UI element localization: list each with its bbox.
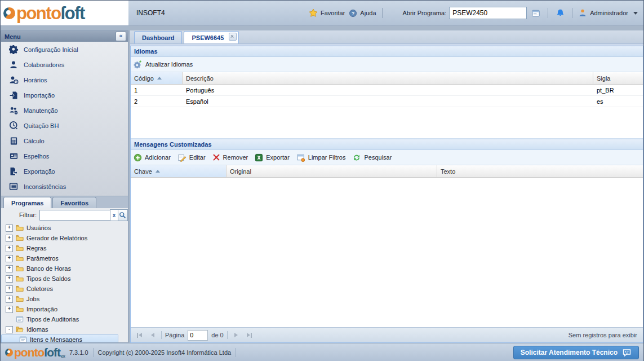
expand-plus-icon[interactable]: + [6, 245, 13, 252]
menu-item-importacao[interactable]: Importação [1, 87, 128, 103]
sidebar: Menu « Configuração Inicial Colaboradore… [1, 30, 128, 343]
expand-plus-icon[interactable]: + [6, 265, 13, 272]
last-page-button[interactable] [245, 331, 255, 340]
expand-plus-icon[interactable]: + [6, 255, 13, 262]
page-number-input[interactable] [188, 330, 208, 341]
expand-plus-icon[interactable]: + [6, 235, 13, 242]
table-row[interactable]: 1 Português pt_BR [131, 85, 643, 96]
expand-plus-icon[interactable]: + [6, 275, 13, 283]
tree-item-tipos-de-auditorias[interactable]: Tipos de Auditorias [1, 314, 128, 324]
tree-item-parametros[interactable]: +Parâmetros [1, 253, 128, 263]
menu-item-calculo[interactable]: Cálculo [1, 133, 128, 148]
application-window: pontoſoft INSOFT4 Favoritar ? Ajuda Abri… [0, 0, 644, 361]
sidebar-tab-bar: Programas Favoritos [1, 196, 128, 208]
tab-psew6645[interactable]: PSEW6645 [184, 31, 239, 43]
tree-item-usuarios[interactable]: +Usuários [1, 223, 128, 233]
collapse-minus-icon[interactable]: - [6, 326, 13, 333]
column-header-sigla[interactable]: Sigla [593, 72, 643, 84]
user-menu[interactable]: Administrador [578, 8, 638, 17]
menu-item-quitacao-bh[interactable]: Quitação BH [1, 118, 128, 133]
tree-item-coletores[interactable]: +Coletores [1, 284, 128, 294]
programs-tree: +Usuários +Gerador de Relatórios +Regras… [1, 222, 128, 342]
tree-item-label: Regras [26, 245, 46, 252]
menu-item-manutencao[interactable]: Manutenção [1, 103, 128, 118]
import-icon [8, 91, 19, 100]
first-page-button[interactable] [134, 331, 144, 340]
tab-label: PSEW6645 [192, 34, 224, 41]
filter-clear-icon[interactable]: x [110, 209, 118, 221]
close-icon[interactable] [229, 33, 237, 41]
sort-ascending-icon [157, 77, 162, 80]
person-icon [8, 60, 19, 69]
calculator-icon [8, 137, 19, 146]
column-header-codigo[interactable]: Código [131, 72, 183, 84]
menu-item-espelhos[interactable]: Espelhos [1, 148, 128, 164]
tree-item-itens-e-mensagens[interactable]: Itens e Mensagens [1, 334, 118, 342]
notifications-button[interactable] [554, 7, 566, 19]
folder-icon [15, 234, 24, 242]
menu-item-configuracao-inicial[interactable]: Configuração Inicial [1, 42, 128, 57]
menu-item-inconsistencias[interactable]: Inconsistências [1, 179, 128, 194]
pontosoft-logo-icon [5, 349, 13, 356]
tree-item-label: Parâmetros [26, 255, 59, 262]
help-label: Ajuda [360, 10, 376, 16]
expand-plus-icon[interactable]: + [6, 285, 13, 293]
help-button[interactable]: ? Ajuda [349, 9, 376, 17]
program-window-icon [531, 9, 540, 17]
tree-item-gerador-de-relatorios[interactable]: +Gerador de Relatórios [1, 233, 128, 243]
tree-item-tipos-de-saldos[interactable]: +Tipos de Saldos [1, 274, 128, 284]
tree-item-regras[interactable]: +Regras [1, 243, 128, 253]
expand-plus-icon[interactable]: + [6, 296, 13, 303]
search-button[interactable] [118, 209, 128, 221]
footer-pontosoft-logo: pontoſoftex [5, 346, 65, 358]
menu-item-colaboradores[interactable]: Colaboradores [1, 57, 128, 72]
previous-page-button[interactable] [148, 331, 158, 340]
idiomas-toolbar: Atualizar Idiomas [131, 57, 643, 72]
column-header-chave[interactable]: Chave [131, 165, 226, 177]
expand-plus-icon[interactable]: + [6, 224, 13, 232]
tree-item-jobs[interactable]: +Jobs [1, 294, 128, 304]
sidebar-collapse-button[interactable]: « [116, 32, 126, 41]
tree-item-label: Itens e Mensagens [30, 336, 82, 342]
expand-plus-icon[interactable]: + [6, 306, 13, 313]
menu-item-horarios[interactable]: Horários [1, 72, 128, 87]
menu-item-exportacao[interactable]: Exportação [1, 164, 128, 179]
menu-panel-header: Menu « [1, 31, 128, 42]
user-label: Administrador [590, 10, 628, 16]
tab-favoritos[interactable]: Favoritos [52, 197, 96, 208]
button-label: Atualizar Idiomas [145, 61, 193, 68]
footer-separator [236, 348, 236, 357]
menu-item-label: Exportação [24, 168, 55, 175]
tree-item-importacao[interactable]: +Importação [1, 304, 128, 314]
search-refresh-icon [352, 153, 361, 162]
filter-input[interactable] [39, 210, 110, 221]
search-button-toolbar[interactable]: Pesquisar [352, 153, 392, 162]
help-icon: ? [349, 9, 357, 17]
export-button[interactable]: Exportar [255, 153, 290, 162]
remove-button[interactable]: Remover [212, 153, 248, 161]
tree-item-banco-de-horas[interactable]: +Banco de Horas [1, 263, 128, 274]
open-program-input[interactable] [449, 7, 527, 19]
column-header-texto[interactable]: Texto [437, 165, 643, 177]
column-header-original[interactable]: Original [226, 165, 437, 177]
tab-dashboard[interactable]: Dashboard [134, 31, 182, 43]
refresh-languages-button[interactable]: Atualizar Idiomas [134, 60, 193, 69]
technical-support-button[interactable]: Solicitar Atendimento Técnico [513, 346, 639, 359]
add-button[interactable]: Adicionar [134, 153, 171, 162]
form-icon [19, 336, 28, 342]
favorite-button[interactable]: Favoritar [309, 8, 345, 17]
menu-item-label: Cálculo [24, 138, 45, 144]
open-program-button[interactable] [530, 7, 542, 19]
column-header-descricao[interactable]: Descrição [183, 72, 593, 84]
id-card-icon [8, 152, 19, 161]
programs-tree-panel: Filtrar: x +Usuários +Gerador de Relatór… [1, 208, 128, 342]
edit-button[interactable]: Editar [177, 153, 206, 162]
tab-programas[interactable]: Programas [3, 197, 51, 208]
clear-filters-button[interactable]: Limpar Filtros [296, 153, 346, 162]
mensagens-grid-empty-area [131, 178, 643, 327]
mensagens-toolbar: Adicionar Editar Remover Exportar Limpar… [131, 150, 643, 165]
next-page-button[interactable] [231, 331, 241, 340]
folder-icon [15, 285, 24, 293]
table-row[interactable]: 2 Español es [131, 96, 643, 107]
tree-item-idiomas[interactable]: -Idiomas [1, 324, 128, 334]
